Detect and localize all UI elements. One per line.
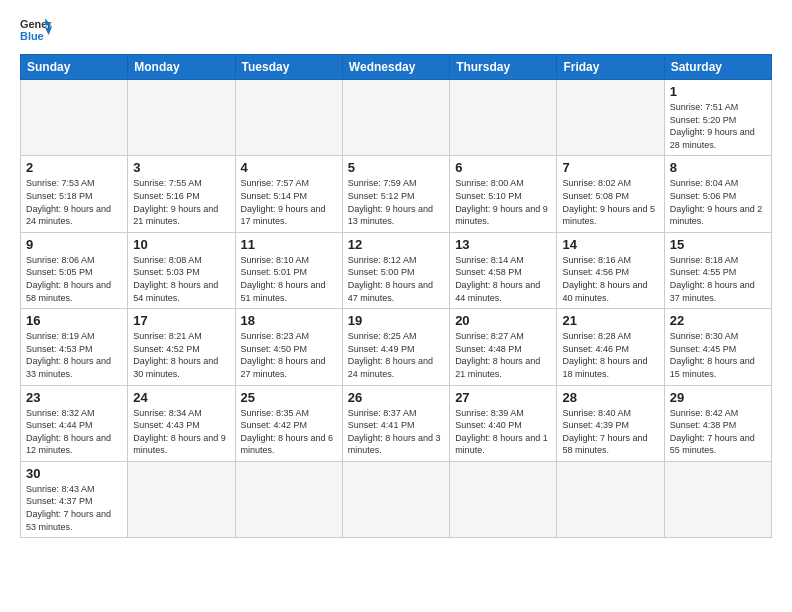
day-number: 6: [455, 160, 551, 175]
day-info: Sunrise: 8:00 AM Sunset: 5:10 PM Dayligh…: [455, 177, 551, 227]
day-info: Sunrise: 8:21 AM Sunset: 4:52 PM Dayligh…: [133, 330, 229, 380]
calendar-cell: 18Sunrise: 8:23 AM Sunset: 4:50 PM Dayli…: [235, 309, 342, 385]
calendar-cell: 17Sunrise: 8:21 AM Sunset: 4:52 PM Dayli…: [128, 309, 235, 385]
day-info: Sunrise: 8:30 AM Sunset: 4:45 PM Dayligh…: [670, 330, 766, 380]
day-info: Sunrise: 8:43 AM Sunset: 4:37 PM Dayligh…: [26, 483, 122, 533]
day-info: Sunrise: 7:53 AM Sunset: 5:18 PM Dayligh…: [26, 177, 122, 227]
calendar-cell: [450, 461, 557, 537]
calendar-cell: 20Sunrise: 8:27 AM Sunset: 4:48 PM Dayli…: [450, 309, 557, 385]
calendar-cell: [128, 80, 235, 156]
calendar-cell: 23Sunrise: 8:32 AM Sunset: 4:44 PM Dayli…: [21, 385, 128, 461]
day-info: Sunrise: 8:42 AM Sunset: 4:38 PM Dayligh…: [670, 407, 766, 457]
weekday-header-wednesday: Wednesday: [342, 55, 449, 80]
generalblue-logo-icon: General Blue: [20, 16, 52, 44]
calendar-cell: 13Sunrise: 8:14 AM Sunset: 4:58 PM Dayli…: [450, 232, 557, 308]
day-info: Sunrise: 8:02 AM Sunset: 5:08 PM Dayligh…: [562, 177, 658, 227]
calendar-cell: [557, 80, 664, 156]
day-number: 24: [133, 390, 229, 405]
day-number: 22: [670, 313, 766, 328]
day-info: Sunrise: 7:51 AM Sunset: 5:20 PM Dayligh…: [670, 101, 766, 151]
calendar-cell: 14Sunrise: 8:16 AM Sunset: 4:56 PM Dayli…: [557, 232, 664, 308]
calendar-cell: 29Sunrise: 8:42 AM Sunset: 4:38 PM Dayli…: [664, 385, 771, 461]
page: General Blue SundayMondayTuesdayWednesda…: [0, 0, 792, 548]
week-row-5: 23Sunrise: 8:32 AM Sunset: 4:44 PM Dayli…: [21, 385, 772, 461]
weekday-header-monday: Monday: [128, 55, 235, 80]
day-info: Sunrise: 8:40 AM Sunset: 4:39 PM Dayligh…: [562, 407, 658, 457]
day-number: 7: [562, 160, 658, 175]
weekday-header-saturday: Saturday: [664, 55, 771, 80]
day-number: 25: [241, 390, 337, 405]
day-number: 13: [455, 237, 551, 252]
day-number: 8: [670, 160, 766, 175]
calendar-cell: 10Sunrise: 8:08 AM Sunset: 5:03 PM Dayli…: [128, 232, 235, 308]
day-number: 14: [562, 237, 658, 252]
day-number: 19: [348, 313, 444, 328]
day-info: Sunrise: 8:35 AM Sunset: 4:42 PM Dayligh…: [241, 407, 337, 457]
day-number: 27: [455, 390, 551, 405]
weekday-header-row: SundayMondayTuesdayWednesdayThursdayFrid…: [21, 55, 772, 80]
calendar-cell: 16Sunrise: 8:19 AM Sunset: 4:53 PM Dayli…: [21, 309, 128, 385]
day-info: Sunrise: 8:08 AM Sunset: 5:03 PM Dayligh…: [133, 254, 229, 304]
calendar-cell: 19Sunrise: 8:25 AM Sunset: 4:49 PM Dayli…: [342, 309, 449, 385]
day-info: Sunrise: 8:10 AM Sunset: 5:01 PM Dayligh…: [241, 254, 337, 304]
calendar-cell: 26Sunrise: 8:37 AM Sunset: 4:41 PM Dayli…: [342, 385, 449, 461]
day-info: Sunrise: 8:39 AM Sunset: 4:40 PM Dayligh…: [455, 407, 551, 457]
calendar-cell: [342, 80, 449, 156]
calendar-cell: 9Sunrise: 8:06 AM Sunset: 5:05 PM Daylig…: [21, 232, 128, 308]
calendar-cell: 2Sunrise: 7:53 AM Sunset: 5:18 PM Daylig…: [21, 156, 128, 232]
day-number: 17: [133, 313, 229, 328]
calendar-cell: 24Sunrise: 8:34 AM Sunset: 4:43 PM Dayli…: [128, 385, 235, 461]
logo: General Blue: [20, 16, 58, 44]
calendar-cell: 25Sunrise: 8:35 AM Sunset: 4:42 PM Dayli…: [235, 385, 342, 461]
calendar-cell: 7Sunrise: 8:02 AM Sunset: 5:08 PM Daylig…: [557, 156, 664, 232]
week-row-1: 1Sunrise: 7:51 AM Sunset: 5:20 PM Daylig…: [21, 80, 772, 156]
day-number: 18: [241, 313, 337, 328]
day-number: 30: [26, 466, 122, 481]
week-row-4: 16Sunrise: 8:19 AM Sunset: 4:53 PM Dayli…: [21, 309, 772, 385]
day-info: Sunrise: 8:16 AM Sunset: 4:56 PM Dayligh…: [562, 254, 658, 304]
calendar-cell: 22Sunrise: 8:30 AM Sunset: 4:45 PM Dayli…: [664, 309, 771, 385]
day-number: 26: [348, 390, 444, 405]
calendar-cell: 30Sunrise: 8:43 AM Sunset: 4:37 PM Dayli…: [21, 461, 128, 537]
day-number: 15: [670, 237, 766, 252]
day-info: Sunrise: 8:18 AM Sunset: 4:55 PM Dayligh…: [670, 254, 766, 304]
calendar-cell: [450, 80, 557, 156]
day-number: 12: [348, 237, 444, 252]
calendar-cell: [664, 461, 771, 537]
day-number: 16: [26, 313, 122, 328]
day-number: 20: [455, 313, 551, 328]
calendar-cell: 3Sunrise: 7:55 AM Sunset: 5:16 PM Daylig…: [128, 156, 235, 232]
calendar-cell: 11Sunrise: 8:10 AM Sunset: 5:01 PM Dayli…: [235, 232, 342, 308]
day-info: Sunrise: 7:57 AM Sunset: 5:14 PM Dayligh…: [241, 177, 337, 227]
day-info: Sunrise: 8:25 AM Sunset: 4:49 PM Dayligh…: [348, 330, 444, 380]
day-info: Sunrise: 8:12 AM Sunset: 5:00 PM Dayligh…: [348, 254, 444, 304]
day-info: Sunrise: 8:04 AM Sunset: 5:06 PM Dayligh…: [670, 177, 766, 227]
calendar-cell: 27Sunrise: 8:39 AM Sunset: 4:40 PM Dayli…: [450, 385, 557, 461]
day-number: 21: [562, 313, 658, 328]
week-row-6: 30Sunrise: 8:43 AM Sunset: 4:37 PM Dayli…: [21, 461, 772, 537]
day-info: Sunrise: 7:55 AM Sunset: 5:16 PM Dayligh…: [133, 177, 229, 227]
day-number: 9: [26, 237, 122, 252]
week-row-2: 2Sunrise: 7:53 AM Sunset: 5:18 PM Daylig…: [21, 156, 772, 232]
day-info: Sunrise: 8:32 AM Sunset: 4:44 PM Dayligh…: [26, 407, 122, 457]
calendar-cell: 28Sunrise: 8:40 AM Sunset: 4:39 PM Dayli…: [557, 385, 664, 461]
calendar-cell: 1Sunrise: 7:51 AM Sunset: 5:20 PM Daylig…: [664, 80, 771, 156]
calendar-cell: [21, 80, 128, 156]
day-number: 28: [562, 390, 658, 405]
weekday-header-friday: Friday: [557, 55, 664, 80]
calendar-cell: [235, 80, 342, 156]
calendar-cell: [235, 461, 342, 537]
calendar-cell: 21Sunrise: 8:28 AM Sunset: 4:46 PM Dayli…: [557, 309, 664, 385]
day-info: Sunrise: 8:34 AM Sunset: 4:43 PM Dayligh…: [133, 407, 229, 457]
weekday-header-tuesday: Tuesday: [235, 55, 342, 80]
day-info: Sunrise: 8:37 AM Sunset: 4:41 PM Dayligh…: [348, 407, 444, 457]
calendar-cell: 12Sunrise: 8:12 AM Sunset: 5:00 PM Dayli…: [342, 232, 449, 308]
day-number: 11: [241, 237, 337, 252]
day-number: 10: [133, 237, 229, 252]
calendar-table: SundayMondayTuesdayWednesdayThursdayFrid…: [20, 54, 772, 538]
weekday-header-thursday: Thursday: [450, 55, 557, 80]
calendar-cell: [342, 461, 449, 537]
day-number: 1: [670, 84, 766, 99]
svg-text:Blue: Blue: [20, 30, 44, 42]
day-number: 23: [26, 390, 122, 405]
